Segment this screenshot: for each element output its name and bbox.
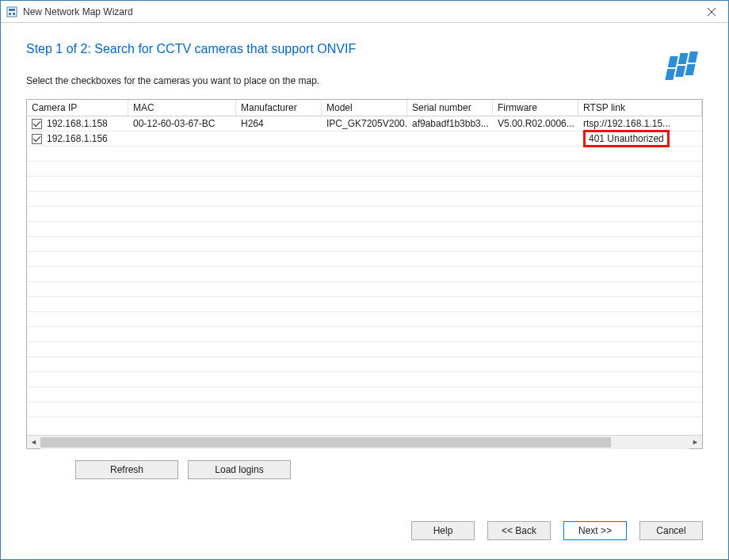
col-header-rtsp[interactable]: RTSP link — [578, 100, 702, 116]
scroll-right-icon[interactable]: ► — [689, 436, 702, 449]
instruction-text: Select the checkboxes for the cameras yo… — [26, 75, 703, 86]
cell-rtsp: rtsp://192.168.1.15... — [578, 118, 702, 129]
table-row-empty — [27, 342, 702, 357]
svg-rect-9 — [665, 69, 675, 80]
svg-rect-2 — [9, 13, 11, 15]
table-row-empty — [27, 357, 702, 372]
cancel-button[interactable]: Cancel — [639, 521, 703, 540]
svg-rect-1 — [9, 9, 15, 11]
table-row-empty — [27, 402, 702, 417]
table-row-empty — [27, 192, 702, 207]
table-row[interactable]: 192.168.1.156 401 Unauthorized — [27, 131, 702, 147]
wizard-nav-buttons: Help << Back Next >> Cancel — [411, 521, 703, 540]
cell-serial: af9abadf1b3bb3... — [407, 118, 493, 129]
wizard-content: Step 1 of 2: Search for CCTV cameras tha… — [1, 23, 728, 559]
grid-body: 192.168.1.158 00-12-60-03-67-BC H264 IPC… — [27, 116, 702, 435]
titlebar: New Network Map Wizard — [1, 1, 728, 23]
camera-grid: Camera IP MAC Manufacturer Model Serial … — [26, 99, 703, 449]
svg-rect-8 — [688, 51, 698, 63]
svg-rect-11 — [685, 64, 696, 75]
table-row-empty — [27, 177, 702, 192]
table-row-empty — [27, 252, 702, 267]
svg-rect-10 — [675, 66, 685, 77]
cell-rtsp: 401 Unauthorized — [578, 130, 702, 147]
back-button[interactable]: << Back — [487, 521, 551, 540]
cell-mac: 00-12-60-03-67-BC — [128, 118, 236, 129]
col-header-mac[interactable]: MAC — [128, 100, 236, 116]
scroll-track[interactable] — [40, 436, 689, 449]
app-icon — [6, 6, 18, 18]
table-row-empty — [27, 387, 702, 402]
refresh-button[interactable]: Refresh — [75, 460, 178, 479]
rtsp-error-highlight: 401 Unauthorized — [583, 130, 670, 147]
table-row-empty — [27, 207, 702, 222]
next-button[interactable]: Next >> — [563, 521, 627, 540]
col-header-model[interactable]: Model — [322, 100, 407, 116]
svg-rect-7 — [678, 53, 689, 64]
svg-rect-3 — [13, 13, 15, 15]
scroll-thumb[interactable] — [40, 437, 611, 448]
table-row-empty — [27, 417, 702, 432]
window-title: New Network Map Wizard — [23, 6, 133, 17]
cell-model: IPC_GK7205V200... — [322, 118, 407, 129]
app-logo-icon — [663, 51, 703, 86]
table-row-empty — [27, 312, 702, 327]
col-header-manufacturer[interactable]: Manufacturer — [236, 100, 322, 116]
grid-header: Camera IP MAC Manufacturer Model Serial … — [27, 100, 702, 116]
table-row-empty — [27, 237, 702, 252]
cell-ip: 192.168.1.158 — [47, 118, 108, 129]
table-row-empty — [27, 267, 702, 282]
close-button[interactable] — [695, 1, 728, 23]
svg-rect-0 — [7, 7, 17, 17]
cell-ip: 192.168.1.156 — [47, 133, 108, 144]
svg-rect-6 — [668, 56, 678, 67]
row-checkbox[interactable] — [32, 119, 42, 129]
scroll-left-icon[interactable]: ◄ — [27, 436, 40, 449]
table-row-empty — [27, 282, 702, 297]
load-logins-button[interactable]: Load logins — [188, 460, 291, 479]
table-row-empty — [27, 372, 702, 387]
cell-firmware: V5.00.R02.0006... — [493, 118, 578, 129]
help-button[interactable]: Help — [411, 521, 475, 540]
col-header-firmware[interactable]: Firmware — [493, 100, 578, 116]
horizontal-scrollbar[interactable]: ◄ ► — [27, 435, 702, 448]
cell-manufacturer: H264 — [236, 118, 322, 129]
col-header-serial[interactable]: Serial number — [407, 100, 493, 116]
step-title: Step 1 of 2: Search for CCTV cameras tha… — [26, 42, 703, 56]
table-row-empty — [27, 147, 702, 162]
row-checkbox[interactable] — [32, 134, 42, 144]
table-row-empty — [27, 297, 702, 312]
col-header-ip[interactable]: Camera IP — [27, 100, 128, 116]
table-row-empty — [27, 327, 702, 342]
table-row-empty — [27, 222, 702, 237]
table-row-empty — [27, 162, 702, 177]
grid-action-buttons: Refresh Load logins — [26, 460, 703, 479]
